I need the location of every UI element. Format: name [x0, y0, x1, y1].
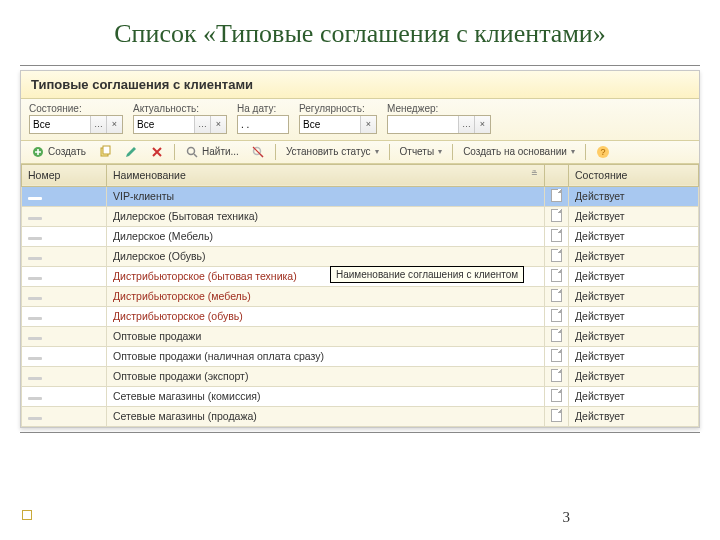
filter-date-label: На дату: — [237, 103, 289, 114]
clear-search-button[interactable] — [247, 144, 269, 160]
row-number-cell — [22, 406, 107, 426]
filter-regularity: Регулярность: × — [299, 103, 377, 134]
filter-relevance: Актуальность: … × — [133, 103, 227, 134]
table-row[interactable]: Сетевые магазины (продажа)Действует — [22, 406, 699, 426]
table-row[interactable]: Оптовые продажиДействует — [22, 326, 699, 346]
col-doc[interactable] — [545, 164, 569, 186]
row-state-cell: Действует — [569, 206, 699, 226]
toolbar-separator — [275, 144, 276, 160]
set-status-label: Установить статус — [286, 146, 371, 157]
filter-date-input[interactable] — [237, 115, 289, 134]
row-doc-cell — [545, 226, 569, 246]
document-icon — [551, 289, 562, 302]
row-state-cell: Действует — [569, 186, 699, 206]
row-state-cell: Действует — [569, 326, 699, 346]
clear-button[interactable]: × — [474, 116, 490, 133]
row-icon — [28, 317, 42, 320]
create-button[interactable]: Создать — [27, 144, 90, 160]
document-icon — [551, 309, 562, 322]
row-icon — [28, 357, 42, 360]
table-row[interactable]: Дилерское (Обувь)Действует — [22, 246, 699, 266]
col-name-label: Наименование — [113, 169, 186, 181]
row-number-cell — [22, 366, 107, 386]
table-row[interactable]: Оптовые продажи (наличная оплата сразу)Д… — [22, 346, 699, 366]
table-row[interactable]: Дилерское (Бытовая техника)Действует — [22, 206, 699, 226]
document-icon — [551, 409, 562, 422]
toolbar-separator — [389, 144, 390, 160]
clear-search-icon — [251, 145, 265, 159]
clear-button[interactable]: × — [106, 116, 122, 133]
copy-button[interactable] — [94, 144, 116, 160]
row-doc-cell — [545, 306, 569, 326]
page-number: 3 — [563, 509, 571, 526]
filter-state-input[interactable]: … × — [29, 115, 123, 134]
row-doc-cell — [545, 366, 569, 386]
row-number-cell — [22, 186, 107, 206]
ellipsis-button[interactable]: … — [194, 116, 210, 133]
row-number-cell — [22, 346, 107, 366]
filter-state: Состояние: … × — [29, 103, 123, 134]
document-icon — [551, 189, 562, 202]
help-button[interactable]: ? — [592, 144, 614, 160]
row-state-cell: Действует — [569, 386, 699, 406]
create-label: Создать — [48, 146, 86, 157]
row-name-cell: Дистрибьюторское (обувь) — [107, 306, 545, 326]
create-on-basis-button[interactable]: Создать на основании▾ — [459, 145, 579, 158]
table-row[interactable]: Оптовые продажи (экспорт)Действует — [22, 366, 699, 386]
ellipsis-button[interactable]: … — [90, 116, 106, 133]
edit-button[interactable] — [120, 144, 142, 160]
table-row[interactable]: VIP-клиентыДействует — [22, 186, 699, 206]
row-icon — [28, 377, 42, 380]
row-icon — [28, 337, 42, 340]
row-icon — [28, 397, 42, 400]
filter-regularity-field[interactable] — [300, 116, 360, 133]
row-icon — [28, 197, 42, 200]
find-button[interactable]: Найти... — [181, 144, 243, 160]
reports-button[interactable]: Отчеты▾ — [396, 145, 447, 158]
row-number-cell — [22, 286, 107, 306]
delete-button[interactable] — [146, 144, 168, 160]
row-state-cell: Действует — [569, 346, 699, 366]
filter-regularity-label: Регулярность: — [299, 103, 377, 114]
window-title: Типовые соглашения с клиентами — [21, 71, 699, 99]
filter-date: На дату: — [237, 103, 289, 134]
table-row[interactable]: Сетевые магазины (комиссия)Действует — [22, 386, 699, 406]
row-name-cell: Дилерское (Мебель) — [107, 226, 545, 246]
row-name-cell: Дистрибьюторское (мебель) — [107, 286, 545, 306]
filter-relevance-input[interactable]: … × — [133, 115, 227, 134]
chevron-down-icon: ▾ — [571, 147, 575, 156]
reports-label: Отчеты — [400, 146, 435, 157]
table-row[interactable]: Дилерское (Мебель)Действует — [22, 226, 699, 246]
row-number-cell — [22, 206, 107, 226]
set-status-button[interactable]: Установить статус▾ — [282, 145, 383, 158]
clear-button[interactable]: × — [360, 116, 376, 133]
filter-date-field[interactable] — [238, 116, 288, 133]
filter-relevance-label: Актуальность: — [133, 103, 227, 114]
filter-regularity-input[interactable]: × — [299, 115, 377, 134]
clear-button[interactable]: × — [210, 116, 226, 133]
filter-relevance-field[interactable] — [134, 116, 194, 133]
col-state[interactable]: Состояние — [569, 164, 699, 186]
ellipsis-button[interactable]: … — [458, 116, 474, 133]
row-doc-cell — [545, 326, 569, 346]
row-number-cell — [22, 266, 107, 286]
filter-manager-input[interactable]: … × — [387, 115, 491, 134]
row-name-cell: Оптовые продажи (наличная оплата сразу) — [107, 346, 545, 366]
col-number[interactable]: Номер — [22, 164, 107, 186]
row-number-cell — [22, 226, 107, 246]
help-icon: ? — [596, 145, 610, 159]
table-row[interactable]: Дистрибьюторское (мебель)Действует — [22, 286, 699, 306]
row-icon — [28, 257, 42, 260]
table-row[interactable]: Дистрибьюторское (обувь)Действует — [22, 306, 699, 326]
toolbar: Создать Найти... Установить статус▾ Отче… — [21, 141, 699, 164]
filter-manager-field[interactable] — [388, 116, 458, 133]
row-doc-cell — [545, 246, 569, 266]
search-icon — [185, 145, 199, 159]
col-name[interactable]: Наименование≞ — [107, 164, 545, 186]
document-icon — [551, 249, 562, 262]
row-state-cell: Действует — [569, 306, 699, 326]
slide-title: Список «Типовые соглашения с клиентами» — [0, 0, 720, 65]
agreements-table: Номер Наименование≞ Состояние VIP-клиент… — [21, 164, 699, 427]
row-doc-cell — [545, 406, 569, 426]
filter-state-field[interactable] — [30, 116, 90, 133]
